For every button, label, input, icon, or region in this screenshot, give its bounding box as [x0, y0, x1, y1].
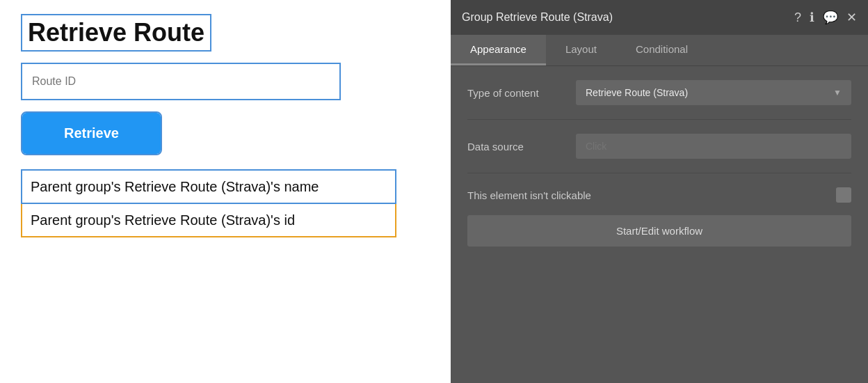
- tab-appearance[interactable]: Appearance: [451, 35, 546, 65]
- divider-1: [467, 119, 851, 120]
- panel-title: Group Retrieve Route (Strava): [462, 11, 613, 24]
- comment-icon[interactable]: 💬: [823, 10, 838, 25]
- help-icon[interactable]: ?: [794, 10, 801, 25]
- group-item-1: Parent group's Retrieve Route (Strava)'s…: [21, 169, 396, 204]
- title-block: Retrieve Route: [21, 14, 211, 52]
- clickable-checkbox[interactable]: [836, 187, 851, 203]
- divider-2: [467, 173, 851, 173]
- retrieve-button[interactable]: Retrieve: [22, 113, 161, 154]
- properties-panel: Group Retrieve Route (Strava) ? ℹ 💬 ✕ Ap…: [451, 0, 868, 383]
- tab-conditional[interactable]: Conditional: [616, 35, 707, 65]
- panel-icon-group: ? ℹ 💬 ✕: [794, 10, 857, 25]
- group-item-2: Parent group's Retrieve Route (Strava)'s…: [21, 204, 396, 237]
- workflow-button[interactable]: Start/Edit workflow: [467, 215, 851, 247]
- type-of-content-value: Retrieve Route (Strava): [586, 87, 688, 98]
- clickable-row: This element isn't clickable: [467, 187, 851, 203]
- data-source-label: Data source: [467, 141, 565, 153]
- group-item-1-text: Parent group's Retrieve Route (Strava)'s…: [31, 179, 319, 194]
- chevron-down-icon: ▼: [833, 88, 842, 97]
- tab-layout[interactable]: Layout: [546, 35, 616, 65]
- tab-bar: Appearance Layout Conditional: [451, 35, 868, 66]
- canvas-title: Retrieve Route: [28, 18, 204, 47]
- group-item-2-text: Parent group's Retrieve Route (Strava)'s…: [31, 212, 295, 228]
- panel-content: Type of content Retrieve Route (Strava) …: [451, 66, 868, 260]
- data-source-input[interactable]: [576, 134, 851, 159]
- canvas-area: Retrieve Route Retrieve Parent group's R…: [0, 0, 451, 383]
- info-icon[interactable]: ℹ: [810, 10, 814, 25]
- data-source-row: Data source: [467, 134, 851, 159]
- route-id-input-block: [21, 63, 341, 100]
- clickable-label: This element isn't clickable: [467, 189, 591, 201]
- route-id-input[interactable]: [22, 64, 339, 99]
- retrieve-button-wrapper: Retrieve: [21, 111, 162, 155]
- type-of-content-row: Type of content Retrieve Route (Strava) …: [467, 80, 851, 105]
- close-icon[interactable]: ✕: [846, 10, 857, 25]
- type-of-content-label: Type of content: [467, 87, 565, 99]
- type-of-content-dropdown[interactable]: Retrieve Route (Strava) ▼: [576, 80, 851, 105]
- panel-header: Group Retrieve Route (Strava) ? ℹ 💬 ✕: [451, 0, 868, 35]
